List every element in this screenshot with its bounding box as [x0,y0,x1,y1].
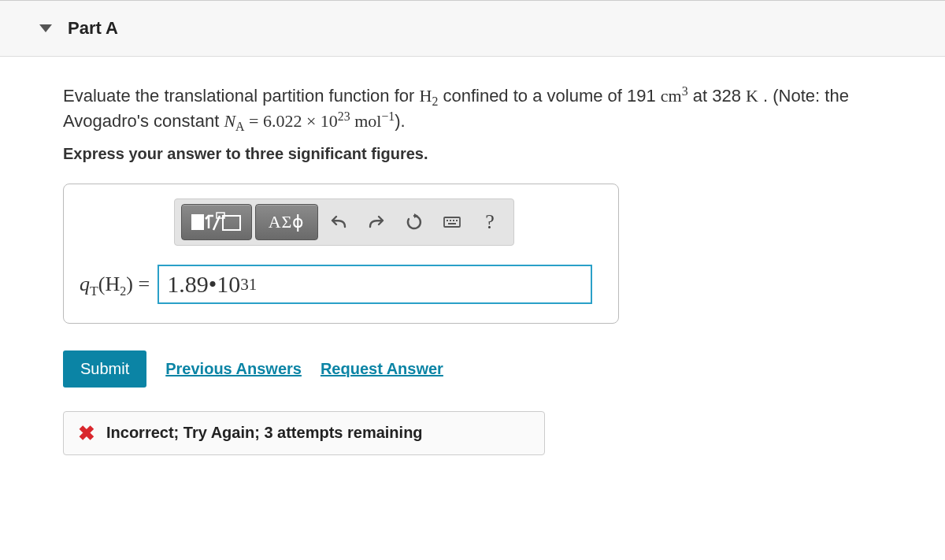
question-text: Evaluate the translational partition fun… [63,83,882,134]
template-palette-button[interactable] [181,204,252,240]
unit-cm-base: cm [661,86,682,106]
greek-symbols-button[interactable]: ΑΣϕ [255,204,318,240]
reset-button[interactable] [397,205,432,239]
mol-exp: −1 [381,109,395,123]
molecule-base: H [420,86,432,106]
temp-unit: K [746,86,758,106]
redo-button[interactable] [359,205,394,239]
na-exp: 23 [338,109,350,123]
instruction: Express your answer to three significant… [63,145,882,163]
svg-rect-8 [448,223,456,224]
unit-cm-sup: 3 [682,84,688,98]
q-mid1: confined to a volume of 191 [438,86,661,106]
lhs-t: T [90,283,98,299]
answer-box: ΑΣϕ ? qT(H2) = [63,184,619,324]
caret-down-icon [39,24,52,32]
unit-cm: cm3 [661,86,688,106]
part-title: Part A [68,18,118,39]
actions-row: Submit Previous Answers Request Answer [63,350,882,388]
keyboard-button[interactable] [435,205,469,239]
na-value: = 6.022 × 10 [245,111,338,131]
answer-dot: • [209,271,217,298]
svg-rect-7 [456,220,458,221]
answer-input[interactable]: 1.89 • 1031 [158,265,592,304]
previous-answers-link[interactable]: Previous Answers [165,360,302,378]
svg-rect-4 [447,220,448,221]
q-end: ). [395,111,405,131]
lhs-h: H [105,273,120,295]
answer-lhs: qT(H2) = [80,273,150,296]
help-button[interactable]: ? [472,205,507,239]
svg-rect-3 [444,217,460,227]
submit-button[interactable]: Submit [63,350,146,388]
svg-rect-5 [450,220,451,221]
incorrect-icon: ✖ [78,423,95,443]
lhs-close: ) = [126,273,150,295]
svg-rect-0 [191,214,204,230]
request-answer-link[interactable]: Request Answer [321,360,443,378]
equation-toolbar: ΑΣϕ ? [174,198,514,246]
molecule: H2 [420,86,439,106]
feedback-text: Incorrect; Try Again; 3 attempts remaini… [106,424,423,442]
q-pre: Evaluate the translational partition fun… [63,86,420,106]
na-a: A [235,120,244,133]
answer-row: qT(H2) = 1.89 • 1031 [64,265,618,304]
svg-rect-1 [223,216,240,230]
lhs-q: q [80,273,90,295]
feedback-box: ✖ Incorrect; Try Again; 3 attempts remai… [63,411,545,455]
undo-button[interactable] [321,205,356,239]
svg-rect-6 [453,220,454,221]
answer-base: 10 [217,271,240,298]
part-header[interactable]: Part A [0,0,945,57]
mol-unit: mol [350,111,382,131]
na-n: N [224,111,235,131]
q-mid2: at 328 [688,86,746,106]
avogadro-sym: NA [224,111,244,131]
answer-mantissa: 1.89 [167,271,209,298]
